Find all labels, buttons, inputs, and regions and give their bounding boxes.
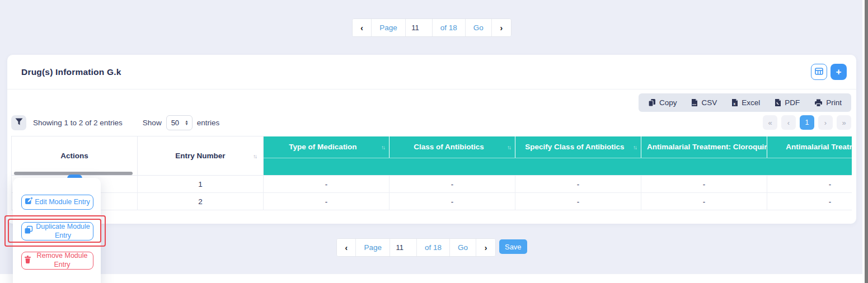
last-page-button[interactable]: » [837,115,851,130]
data-cell: - [767,176,852,193]
duplicate-module-entry-button[interactable]: Duplicate Module Entry [21,222,93,240]
filter-cell [515,158,641,175]
data-cell: - [515,176,641,193]
first-page-button[interactable]: « [763,115,777,130]
sort-icon: ↑↓ [633,144,636,150]
column-header-specify-class-of-antibiotics[interactable]: Specify Class of Antibiotics↑↓ [515,136,641,158]
top-pager-group: ‹ Page of 18 Go › [352,18,512,37]
data-cell: - [264,176,390,193]
data-cell: - [767,193,852,210]
trash-icon [24,255,31,266]
filter-cell [641,158,767,175]
bottom-pager-group: ‹ Page of 18 Go › [336,238,496,257]
header-label: Specify Class of Antibiotics [525,143,624,151]
svg-text:csv: csv [692,103,697,106]
entries-table: Actions Entry Number↑↓ Type of Medicatio… [11,136,852,210]
print-button[interactable]: Print [807,93,849,112]
page-number-input-bottom[interactable] [391,240,415,255]
header-label: Antimalarial Treatment: Cloroquine [647,143,767,151]
actions-header-label: Actions [60,152,88,160]
page-total-label-bottom: of 18 [417,239,450,256]
filter-funnel-icon [15,118,23,127]
chevron-left-icon: ‹ [345,243,348,252]
table-viewport: Actions Entry Number↑↓ Type of Medicatio… [11,136,852,210]
page-number-input[interactable] [406,20,431,35]
excel-button[interactable]: x Excel [724,93,767,112]
info-bar: Showing 1 to 2 of 2 entries Show 50 ▲▼ e… [11,115,851,130]
page-input-cell [406,19,433,36]
csv-button[interactable]: csv CSV [684,93,724,112]
top-pagination: ‹ Page of 18 Go › [0,18,864,37]
previous-page-button[interactable]: ‹ [781,115,796,130]
data-cell: - [515,193,641,210]
edit-label: Edit Module Entry [35,198,90,207]
table-grid-icon [815,68,823,77]
table-pagination: « ‹ 1 › » [763,115,851,130]
entry-number-cell: 1 [138,176,264,193]
data-cell: - [390,176,515,193]
copy-label: Copy [659,98,677,107]
column-header-antimalarial-cloroquine[interactable]: Antimalarial Treatment: Cloroquine↑↓ [641,136,767,158]
file-pdf-icon [775,98,781,107]
go-button[interactable]: Go [466,19,492,36]
header-row: Actions Entry Number↑↓ Type of Medicatio… [12,136,852,158]
table-layout-button[interactable] [811,64,827,80]
next-page-button-mini[interactable]: › [818,115,833,130]
column-header-class-of-antibiotics[interactable]: Class of Antibiotics↑↓ [390,136,515,158]
edit-pencil-icon [25,197,32,207]
sort-icon: ↑↓ [253,153,256,159]
printer-icon [814,99,823,107]
excel-label: Excel [742,98,760,107]
edit-module-entry-button[interactable]: Edit Module Entry [21,195,93,210]
page-label: Page [372,19,406,36]
page: ‹ Page of 18 Go › Drug(s) Information G.… [0,0,868,283]
page-length-select[interactable]: 50 ▲▼ [166,115,193,130]
row-actions-dropdown: Edit Module Entry Duplicate Module Entry… [13,178,101,283]
export-toolbar: Copy csv CSV x Excel PDF Print [639,93,851,112]
data-cell: - [641,193,767,210]
entries-label: entries [197,119,220,127]
column-header-antimalarial-treatment[interactable]: Antimalarial Treatment [767,136,852,158]
column-header-entry-number[interactable]: Entry Number↑↓ [138,136,264,176]
next-page-button[interactable]: › [492,19,511,36]
copy-button[interactable]: Copy [641,93,684,112]
showing-entries-text: Showing 1 to 2 of 2 entries [33,119,123,127]
chevron-right-icon: › [485,243,487,252]
plus-icon: + [836,67,842,77]
column-header-type-of-medication[interactable]: Type of Medication↑↓ [264,136,390,158]
filter-cell [390,158,515,175]
table-row: 2 - - - - - [12,193,852,210]
chevron-right-icon: › [500,23,503,32]
add-entry-button[interactable]: + [831,64,847,80]
next-page-button-bottom[interactable]: › [476,239,495,256]
remove-module-entry-button[interactable]: Remove Module Entry [21,252,93,270]
export-toolbar-row: Copy csv CSV x Excel PDF Print [639,93,851,112]
csv-label: CSV [701,98,717,107]
show-label: Show [143,119,162,127]
page-label-bottom: Page [356,239,390,256]
module-card: Drug(s) Information G.k + Copy csv [7,55,856,224]
print-label: Print [826,98,842,107]
prev-page-button-bottom[interactable]: ‹ [337,239,356,256]
file-csv-icon: csv [691,98,698,107]
svg-text:x: x [734,102,736,106]
pdf-button[interactable]: PDF [767,93,807,112]
duplicate-copy-icon [24,225,33,237]
file-excel-icon: x [731,98,738,107]
save-button[interactable]: Save [499,239,527,254]
vertical-scrollbar-thumb[interactable] [865,0,868,283]
sort-icon: ↑↓ [381,144,384,150]
copy-icon [648,98,656,107]
prev-page-button[interactable]: ‹ [353,19,372,36]
current-page-button[interactable]: 1 [800,115,814,130]
data-cell: - [641,176,767,193]
duplicate-label: Duplicate Module Entry [35,223,91,240]
select-arrows-icon: ▲▼ [185,120,188,125]
filter-cell [767,158,852,175]
filter-button[interactable] [11,115,26,130]
table-row: 1 - - - - - [12,176,852,193]
entry-number-cell: 2 [138,193,264,210]
footer-strip [0,274,864,283]
go-button-bottom[interactable]: Go [450,239,476,256]
page-length-value: 50 [171,119,179,127]
